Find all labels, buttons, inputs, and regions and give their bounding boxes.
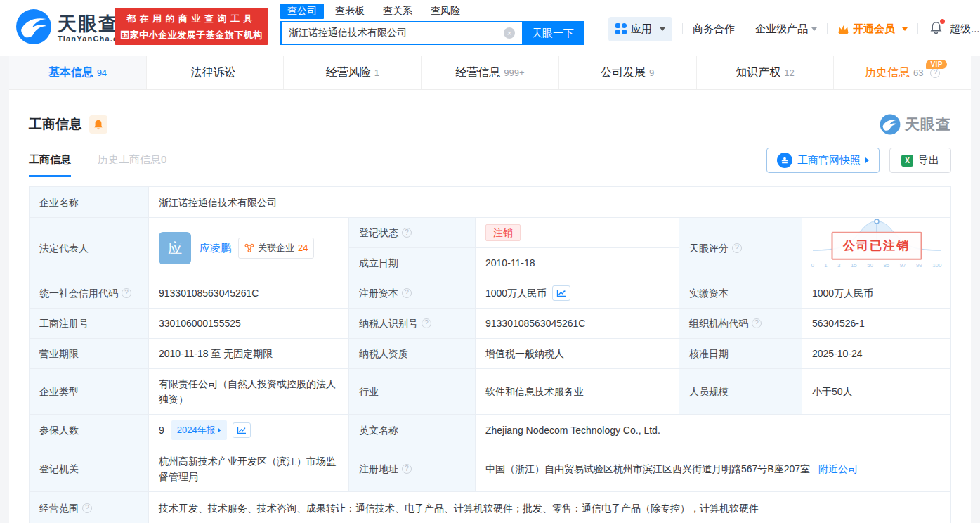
trend-chart-icon[interactable] — [552, 285, 570, 301]
taxpayer-quality-value: 增值税一般纳税人 — [476, 339, 679, 369]
tab-operating-risk[interactable]: 经营风险1 — [284, 56, 422, 89]
help-icon[interactable]: ? — [752, 318, 762, 328]
paid-capital-label: 实缴资本 — [679, 278, 802, 309]
table-row: 法定代表人 应 应凌鹏 关联企业 24 登记状态? — [30, 218, 950, 278]
industry-value: 软件和信息技术服务业 — [476, 369, 679, 415]
tab-intellectual-property[interactable]: 知识产权12 — [697, 56, 835, 89]
header-nav: 应用 商务合作 企业级产品 开通会员 超级... — [608, 15, 980, 42]
staff-size-value: 小于50人 — [802, 369, 950, 415]
business-scope-value: 技术开发、技术服务、技术咨询、成果转让：通信技术、电子产品、计算机软硬件；批发、… — [149, 492, 950, 523]
notification-bell-icon[interactable] — [929, 21, 943, 37]
deregistered-stamp: 公司已注销 — [831, 231, 922, 259]
stamp-icon — [777, 153, 792, 168]
search-tab-boss[interactable]: 查老板 — [335, 5, 365, 18]
insured-count-label: 参保人数 — [30, 415, 149, 446]
related-companies-badge[interactable]: 关联企业 24 — [238, 238, 314, 259]
taxpayer-quality-label: 纳税人资质 — [349, 339, 476, 369]
help-icon[interactable]: ? — [732, 243, 742, 253]
apps-menu[interactable]: 应用 — [608, 17, 672, 41]
legal-rep-value: 应 应凌鹏 关联企业 24 — [149, 218, 349, 278]
right-scrollbar-area[interactable] — [971, 45, 980, 523]
taxpayer-id-label: 纳税人识别号? — [349, 309, 476, 339]
tianyancha-company-page: 天眼查 TianYanCha.com 都在用的商业查询工具 国家中小企业发展子基… — [0, 0, 980, 523]
org-code-value: 56304526-1 — [802, 309, 950, 339]
business-term-label: 营业期限 — [30, 339, 149, 369]
arrow-right-icon — [218, 428, 221, 432]
org-code-label: 组织机构代码? — [679, 309, 802, 339]
reg-number-value: 330106000155525 — [149, 309, 349, 339]
search-tab-relation[interactable]: 查关系 — [383, 5, 412, 18]
tyc-score-value: 0131550859799100 公司已注销 — [802, 218, 950, 278]
search-input[interactable] — [280, 21, 522, 45]
tianyancha-wave-icon — [15, 8, 52, 48]
company-name-label: 企业名称 — [30, 187, 149, 218]
search-tab-company[interactable]: 查公司 — [280, 4, 324, 19]
search-module: 查公司 查老板 查关系 查风险 × 天眼一下 — [280, 3, 584, 45]
official-snapshot-button[interactable]: 工商官网快照 — [766, 148, 880, 173]
approval-date-value: 2025-10-24 — [802, 339, 950, 369]
apps-label: 应用 — [631, 22, 652, 36]
reg-capital-value: 1000万人民币 — [476, 278, 679, 309]
banner-line2: 国家中小企业发展子基金旗下机构 — [120, 27, 263, 43]
watermark-logo: 天眼查 — [880, 114, 951, 135]
table-row: 企业类型 有限责任公司（自然人投资或控股的法人独资） 行业 软件和信息技术服务业… — [30, 369, 950, 415]
reg-number-label: 工商注册号 — [30, 309, 149, 339]
section-title: 工商信息 — [29, 115, 82, 134]
nav-super-vip[interactable]: 超级... — [950, 22, 980, 36]
help-icon[interactable]: ? — [402, 228, 412, 238]
section-header: 工商信息 天眼查 — [29, 114, 951, 135]
legal-rep-link[interactable]: 应凌鹏 — [200, 240, 231, 256]
reg-authority-value: 杭州高新技术产业开发区（滨江）市场监督管理局 — [149, 446, 349, 492]
taxpayer-id-value: 91330108563045261C — [476, 309, 679, 339]
company-name-value: 浙江诺控通信技术有限公司 — [149, 187, 950, 218]
tab-history-info[interactable]: 历史信息63 ? VIP — [834, 56, 971, 89]
watermark-wave-icon — [880, 114, 901, 135]
table-row: 参保人数 9 2024年报 英文名称 Zhejiang Nodecom Tech… — [30, 415, 950, 446]
nav-open-vip[interactable]: 开通会员 — [837, 22, 908, 36]
annual-report-badge[interactable]: 2024年报 — [171, 420, 227, 440]
export-button[interactable]: X 导出 — [889, 148, 951, 173]
tab-basic-info[interactable]: 基本信息94 — [9, 56, 147, 89]
establish-date-value: 2010-11-18 — [476, 248, 679, 278]
paid-capital-value: 1000万人民币 — [802, 278, 950, 309]
divider — [827, 23, 828, 34]
chevron-down-icon — [660, 27, 665, 31]
help-icon[interactable]: ? — [402, 464, 412, 474]
help-icon[interactable]: ? — [930, 68, 940, 78]
tab-legal-litigation[interactable]: 法律诉讼 — [147, 56, 285, 89]
company-type-label: 企业类型 — [30, 369, 149, 415]
promo-banner: 都在用的商业查询工具 国家中小企业发展子基金旗下机构 — [115, 8, 268, 45]
table-row: 登记机关 杭州高新技术产业开发区（滨江）市场监督管理局 注册地址? 中国（浙江）… — [30, 446, 950, 492]
tab-company-development[interactable]: 公司发展9 — [559, 56, 697, 89]
section-actions: 工商官网快照 X 导出 — [766, 148, 951, 173]
subtab-business-info[interactable]: 工商信息 — [29, 153, 71, 177]
tyc-score-label: 天眼评分? — [679, 218, 802, 278]
nearby-companies-link[interactable]: 附近公司 — [818, 461, 858, 477]
help-icon[interactable]: ? — [402, 288, 412, 298]
subtab-history-business-info[interactable]: 历史工商信息0 — [98, 153, 166, 177]
divider — [745, 23, 745, 34]
nav-business-cooperation[interactable]: 商务合作 — [693, 22, 735, 36]
chevron-down-icon — [902, 27, 908, 31]
company-type-value: 有限责任公司（自然人投资或控股的法人独资） — [149, 369, 349, 415]
reg-status-value: 注销 — [476, 218, 679, 248]
help-icon[interactable]: ? — [82, 503, 92, 513]
trend-chart-icon[interactable] — [233, 422, 251, 438]
subscribe-bell-icon[interactable] — [89, 115, 107, 134]
help-icon[interactable]: ? — [422, 318, 431, 328]
search-tab-risk[interactable]: 查风险 — [431, 5, 460, 18]
legal-rep-avatar[interactable]: 应 — [159, 232, 191, 264]
legal-rep-label: 法定代表人 — [30, 218, 149, 278]
arrow-right-icon — [865, 157, 869, 163]
english-name-value: Zhejiang Nodecom Technology Co., Ltd. — [476, 415, 950, 446]
business-info-card: 工商信息 天眼查 工商信息 历史工商信息0 工商官网快照 — [9, 90, 971, 523]
org-network-icon — [244, 243, 254, 253]
approval-date-label: 核准日期 — [679, 339, 802, 369]
tab-business-info[interactable]: 经营信息999+ — [422, 56, 559, 89]
nav-enterprise-products[interactable]: 企业级产品 — [755, 22, 817, 36]
help-icon[interactable]: ? — [122, 288, 131, 298]
search-button[interactable]: 天眼一下 — [522, 21, 584, 45]
reg-capital-label: 注册资本? — [349, 278, 476, 309]
english-name-label: 英文名称 — [349, 415, 476, 446]
table-row: 工商注册号 330106000155525 纳税人识别号? 9133010856… — [30, 309, 950, 339]
